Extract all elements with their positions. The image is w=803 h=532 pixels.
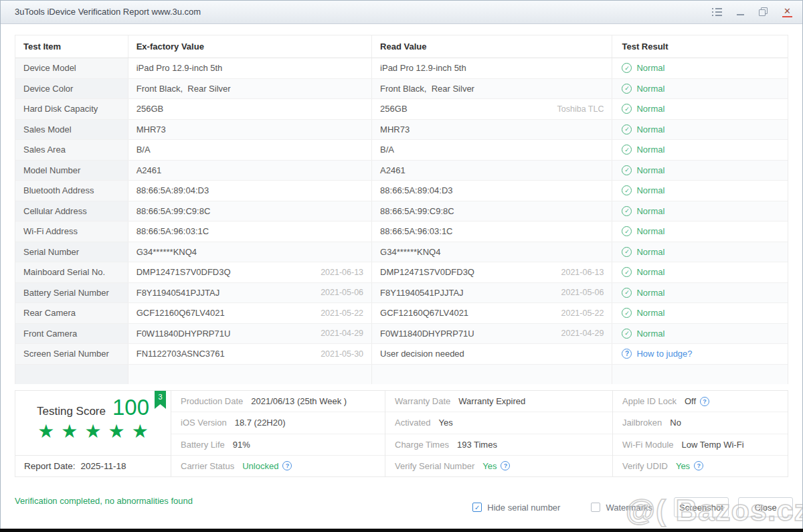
ex-factory-value-cell xyxy=(128,365,371,385)
ex-factory-value: F8Y11940541PJJTAJ xyxy=(137,288,220,298)
test-result-cell: ✓Normal xyxy=(612,242,788,262)
table-header: Test Item Ex-factory Value Read Value Te… xyxy=(15,35,788,58)
summary-field: Production Date 2021/06/13 (25th Week ) xyxy=(171,391,385,412)
screenshot-button[interactable]: Screenshot xyxy=(674,497,729,517)
test-result-cell: ✓Normal xyxy=(612,181,788,201)
ex-factory-value-cell: DMP12471S7V0DFD3Q2021-06-13 xyxy=(128,262,371,282)
summary-field-value: Yes xyxy=(482,461,497,471)
table-row: Serial Number G34******KNQ4 G34******KNQ… xyxy=(15,242,788,262)
ex-factory-value: GCF12160Q67LV4021 xyxy=(137,308,225,318)
normal-check-icon: ✓ xyxy=(622,124,632,135)
star-icon: ★ xyxy=(84,421,101,442)
test-result-text: Normal xyxy=(636,308,664,318)
test-result-text: Normal xyxy=(636,63,664,73)
verification-table: Test Item Ex-factory Value Read Value Te… xyxy=(15,35,788,384)
read-value-cell: Front Black, Rear Silver xyxy=(371,79,612,99)
ex-factory-date: 2021-05-22 xyxy=(321,308,363,318)
test-item-label: Sales Model xyxy=(23,124,72,135)
help-icon[interactable]: ? xyxy=(282,461,292,470)
table-row: Device Color Front Black, Rear Silver Fr… xyxy=(15,78,788,99)
test-item-cell: Battery Serial Number xyxy=(15,283,128,303)
summary-field-value: Low Temp Wi-Fi xyxy=(682,440,744,450)
read-value-cell: F0W11840DHYPRP71U2021-04-29 xyxy=(371,324,612,344)
close-button[interactable]: ✕ xyxy=(782,7,792,17)
test-result-cell: ✓Normal xyxy=(612,58,788,78)
summary-field-label: iOS Version xyxy=(181,418,227,428)
test-result-text: Normal xyxy=(636,104,664,114)
maximize-button[interactable] xyxy=(759,7,768,16)
summary-field-label: Charge Times xyxy=(395,440,449,450)
table-row: Sales Model MHR73 MHR73 ✓Normal xyxy=(15,119,788,140)
summary-field-value: No xyxy=(670,418,681,428)
read-value: iPad Pro 12.9-inch 5th xyxy=(380,63,466,73)
summary-field: Warranty Date Warranty Expired xyxy=(385,391,612,412)
test-result-text: Normal xyxy=(636,247,664,257)
summary-field-value: Warranty Expired xyxy=(458,396,525,406)
how-to-judge-link[interactable]: How to judge? xyxy=(636,349,692,359)
summary-field-value: 91% xyxy=(233,440,250,450)
read-value: 88:66:5A:96:03:1C xyxy=(380,226,452,236)
hide-serial-group: ✓ Hide serial number xyxy=(472,503,560,513)
test-item-cell: Bluetooth Address xyxy=(15,181,128,201)
read-value: 88:66:5A:89:04:D3 xyxy=(380,185,452,195)
test-result-text: Normal xyxy=(636,288,664,298)
summary-field-value: Yes xyxy=(676,461,690,471)
ex-factory-date: 2021-04-29 xyxy=(321,329,363,338)
summary-field-value: Off xyxy=(685,396,696,406)
star-icon: ★ xyxy=(132,421,149,442)
normal-check-icon: ✓ xyxy=(622,145,632,155)
menu-icon[interactable] xyxy=(712,8,722,16)
help-icon[interactable]: ? xyxy=(501,461,510,470)
read-value: A2461 xyxy=(380,165,406,175)
normal-check-icon: ✓ xyxy=(622,308,632,318)
test-item-label: Sales Area xyxy=(23,145,66,155)
help-icon[interactable]: ? xyxy=(694,461,703,470)
test-result-text: Normal xyxy=(636,226,664,236)
test-item-label: Device Color xyxy=(23,84,73,94)
watermarks-checkbox[interactable]: ✓ xyxy=(591,503,600,512)
summary-field: Jailbroken No xyxy=(613,412,788,434)
test-item-cell: Front Camera xyxy=(15,324,128,344)
ex-factory-value: FN1122703ASNC3761 xyxy=(137,349,225,359)
table-row: Model Number A2461 A2461 ✓Normal xyxy=(15,160,788,181)
watermarks-label[interactable]: Watermarks xyxy=(606,503,652,513)
summary-columns: Production Date 2021/06/13 (25th Week ) … xyxy=(171,391,788,476)
question-icon[interactable]: ? xyxy=(622,349,632,359)
test-result-text: Normal xyxy=(636,206,664,216)
test-item-cell: Mainboard Serial No. xyxy=(15,262,128,282)
read-value-cell: 88:66:5A:96:03:1C xyxy=(371,221,612,242)
read-value: F8Y11940541PJJTAJ xyxy=(380,288,464,298)
score-line: Testing Score 100 xyxy=(15,391,171,418)
help-icon[interactable]: ? xyxy=(700,397,709,406)
header-test-result: Test Result xyxy=(612,35,788,58)
test-result-cell: ✓Normal xyxy=(612,221,788,242)
summary-field: Charge Times 193 Times xyxy=(385,434,612,456)
read-value-extra: Toshiba TLC xyxy=(557,104,604,114)
read-value-cell: A2461 xyxy=(371,161,612,181)
read-value: MHR73 xyxy=(380,124,410,135)
test-item-label: Bluetooth Address xyxy=(23,185,94,195)
summary-field-value: Yes xyxy=(438,418,452,428)
close-report-button[interactable]: Close xyxy=(738,497,793,517)
minimize-button[interactable] xyxy=(737,9,744,15)
hide-serial-checkbox[interactable]: ✓ xyxy=(472,503,482,512)
test-result-cell: ✓Normal xyxy=(612,201,788,221)
read-value-cell: User decision needed xyxy=(371,344,612,364)
ex-factory-value: Front Black, Rear Silver xyxy=(137,84,231,94)
table-row: Device Model iPad Pro 12.9-inch 5th iPad… xyxy=(15,58,788,78)
read-value-cell: B/A xyxy=(371,140,612,160)
read-value-cell: F8Y11940541PJJTAJ2021-05-06 xyxy=(371,283,612,303)
test-result-cell: ✓Normal xyxy=(612,262,788,282)
table-row: Cellular Address 88:66:5A:99:C9:8C 88:66… xyxy=(15,201,788,221)
table-row: Bluetooth Address 88:66:5A:89:04:D3 88:6… xyxy=(15,180,788,201)
test-item-cell: Cellular Address xyxy=(15,201,128,221)
test-item-label: Device Model xyxy=(23,63,76,73)
hide-serial-label[interactable]: Hide serial number xyxy=(487,503,560,513)
header-ex-factory-value: Ex-factory Value xyxy=(128,35,371,58)
summary-column-1: Production Date 2021/06/13 (25th Week ) … xyxy=(171,391,385,476)
test-item-cell: Serial Number xyxy=(15,242,128,262)
table-row: Battery Serial Number F8Y11940541PJJTAJ2… xyxy=(15,282,788,303)
ex-factory-value-cell: GCF12160Q67LV40212021-05-22 xyxy=(128,303,371,323)
table-row: Screen Serial Number FN1122703ASNC376120… xyxy=(15,343,788,364)
table-row: Mainboard Serial No. DMP12471S7V0DFD3Q20… xyxy=(15,262,788,282)
